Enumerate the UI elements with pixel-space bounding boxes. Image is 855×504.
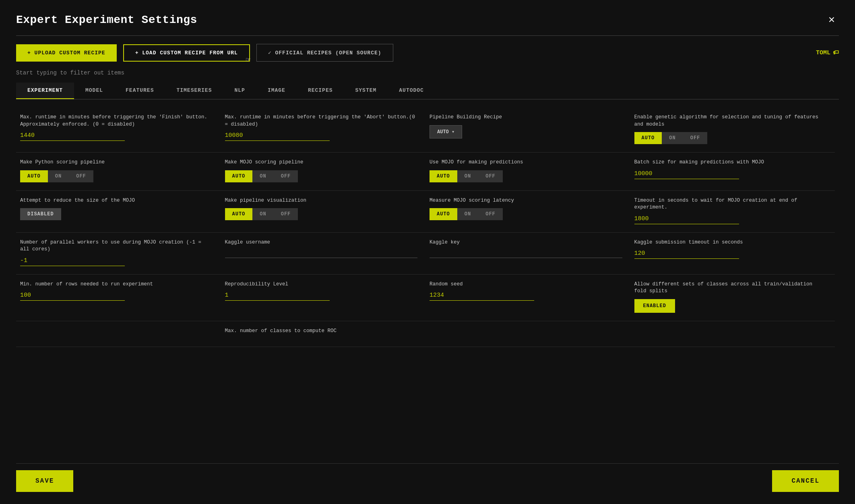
setting-pipeline-recipe: Pipeline Building Recipe AUTO ▾ [425, 107, 630, 153]
toggle-off[interactable]: OFF [274, 170, 298, 182]
setting-mojo-pipeline: Make MOJO scoring pipeline AUTO ON OFF [221, 153, 426, 191]
setting-empty-col2 [425, 321, 630, 347]
use-mojo-toggle: AUTO ON OFF [430, 170, 622, 182]
tab-experiment[interactable]: EXPERIMENT [16, 83, 74, 99]
reproducibility-input[interactable] [225, 292, 330, 301]
kaggle-key-input[interactable] [430, 250, 622, 258]
setting-label: Number of parallel workers to use during… [20, 239, 213, 253]
pipeline-recipe-select[interactable]: AUTO ▾ [430, 125, 462, 138]
cursor-icon: ☞ [246, 55, 251, 64]
toggle-off[interactable]: OFF [478, 208, 503, 220]
setting-label: Max. runtime in minutes before triggerin… [225, 114, 418, 128]
toggle-auto[interactable]: AUTO [634, 132, 662, 144]
settings-content: Max. runtime in minutes before triggerin… [16, 99, 839, 463]
tab-features[interactable]: FEATURES [114, 83, 165, 99]
setting-max-roc-classes: Max. number of classes to compute ROC [221, 321, 426, 347]
setting-mojo-timeout: Timeout in seconds to wait for MOJO crea… [630, 191, 835, 233]
upload-recipe-button[interactable]: + UPLOAD CUSTOM RECIPE [16, 44, 117, 62]
batch-size-input[interactable] [634, 170, 739, 179]
setting-label: Make Python scoring pipeline [20, 159, 213, 166]
settings-grid: Max. runtime in minutes before triggerin… [16, 107, 835, 347]
tab-model[interactable]: MODEL [74, 83, 114, 99]
setting-label: Kaggle submission timeout in seconds [634, 239, 827, 246]
python-pipeline-toggle: AUTO ON OFF [20, 170, 213, 182]
max-runtime-finish-input[interactable] [20, 132, 125, 141]
toggle-off[interactable]: OFF [478, 170, 503, 182]
mojo-pipeline-toggle: AUTO ON OFF [225, 170, 418, 182]
toggle-auto[interactable]: AUTO [20, 170, 48, 182]
setting-kaggle-timeout: Kaggle submission timeout in seconds [630, 233, 835, 275]
setting-parallel-workers: Number of parallel workers to use during… [16, 233, 221, 275]
toggle-on[interactable]: ON [252, 208, 273, 220]
max-runtime-abort-input[interactable] [225, 132, 330, 141]
setting-random-seed: Random seed [425, 275, 630, 321]
toggle-on[interactable]: ON [457, 208, 478, 220]
toggle-off[interactable]: OFF [274, 208, 298, 220]
pipeline-viz-toggle: AUTO ON OFF [225, 208, 418, 220]
toggle-disabled[interactable]: DISABLED [20, 208, 61, 220]
tab-recipes[interactable]: RECIPES [297, 83, 344, 99]
setting-empty-col3 [630, 321, 835, 347]
setting-use-mojo-predictions: Use MOJO for making predictions AUTO ON … [425, 153, 630, 191]
toggle-on[interactable]: ON [252, 170, 273, 182]
kaggle-timeout-input[interactable] [634, 250, 739, 259]
setting-label: Make MOJO scoring pipeline [225, 159, 418, 166]
enabled-toggle[interactable]: ENABLED [634, 299, 675, 313]
toggle-auto[interactable]: AUTO [430, 170, 457, 182]
reduce-mojo-toggle: DISABLED [20, 208, 213, 220]
setting-kaggle-username: Kaggle username [221, 233, 426, 275]
toggle-on[interactable]: ON [662, 132, 683, 144]
modal-header: Expert Experiment Settings × [16, 12, 839, 27]
setting-max-runtime-finish: Max. runtime in minutes before triggerin… [16, 107, 221, 153]
filter-text: Start typing to filter out items [16, 70, 839, 76]
close-button[interactable]: × [824, 12, 839, 27]
setting-label: Enable genetic algorithm for selection a… [634, 114, 827, 128]
load-url-label: + LOAD CUSTOM RECIPE FROM URL [135, 50, 238, 56]
modal-container: Expert Experiment Settings × + UPLOAD CU… [0, 0, 855, 504]
setting-min-rows: Min. number of rows needed to run experi… [16, 275, 221, 321]
setting-label: Max. runtime in minutes before triggerin… [20, 114, 213, 128]
setting-label: Batch size for making predictions with M… [634, 159, 827, 166]
toggle-auto[interactable]: AUTO [430, 208, 457, 220]
toml-icon: 🏷 [833, 49, 839, 56]
toggle-auto[interactable]: AUTO [225, 170, 253, 182]
toggle-off[interactable]: OFF [69, 170, 93, 182]
official-recipes-button[interactable]: ✓ OFFICIAL RECIPES (OPEN SOURCE) [256, 44, 393, 62]
setting-label: Reproducibility Level [225, 281, 418, 288]
setting-label: Min. number of rows needed to run experi… [20, 281, 213, 288]
setting-kaggle-key: Kaggle key [425, 233, 630, 275]
parallel-workers-input[interactable] [20, 257, 125, 266]
cancel-button[interactable]: CANCEL [772, 470, 839, 492]
modal-title: Expert Experiment Settings [16, 14, 197, 26]
tab-system[interactable]: SYSTEM [344, 83, 388, 99]
min-rows-input[interactable] [20, 292, 125, 301]
setting-max-runtime-abort: Max. runtime in minutes before triggerin… [221, 107, 426, 153]
toggle-on[interactable]: ON [457, 170, 478, 182]
load-url-button[interactable]: + LOAD CUSTOM RECIPE FROM URL ☞ [123, 44, 250, 62]
toolbar: + UPLOAD CUSTOM RECIPE + LOAD CUSTOM REC… [16, 44, 839, 62]
setting-label: Allow different sets of classes across a… [634, 281, 827, 295]
setting-genetic-algo: Enable genetic algorithm for selection a… [630, 107, 835, 153]
tab-timeseries[interactable]: TIMESERIES [165, 83, 223, 99]
toggle-on[interactable]: ON [48, 170, 69, 182]
random-seed-input[interactable] [430, 292, 534, 301]
toggle-off[interactable]: OFF [683, 132, 708, 144]
mojo-timeout-input[interactable] [634, 215, 739, 224]
tab-autodoc[interactable]: AUTODOC [388, 83, 435, 99]
setting-label: Timeout in seconds to wait for MOJO crea… [634, 197, 827, 211]
setting-empty-col0 [16, 321, 221, 347]
toml-link[interactable]: TOML 🏷 [816, 49, 839, 56]
tab-image[interactable]: IMAGE [256, 83, 297, 99]
header-divider [16, 35, 839, 36]
tab-nlp[interactable]: NLP [223, 83, 256, 99]
setting-pipeline-viz: Make pipeline visualization AUTO ON OFF [221, 191, 426, 233]
toggle-auto[interactable]: AUTO [225, 208, 253, 220]
save-button[interactable]: SAVE [16, 470, 73, 492]
footer: SAVE CANCEL [16, 463, 839, 492]
setting-batch-size: Batch size for making predictions with M… [630, 153, 835, 191]
toml-label: TOML [816, 50, 830, 56]
setting-mojo-latency: Measure MOJO scoring latency AUTO ON OFF [425, 191, 630, 233]
setting-python-pipeline: Make Python scoring pipeline AUTO ON OFF [16, 153, 221, 191]
kaggle-username-input[interactable] [225, 250, 418, 258]
setting-label: Kaggle key [430, 239, 622, 246]
